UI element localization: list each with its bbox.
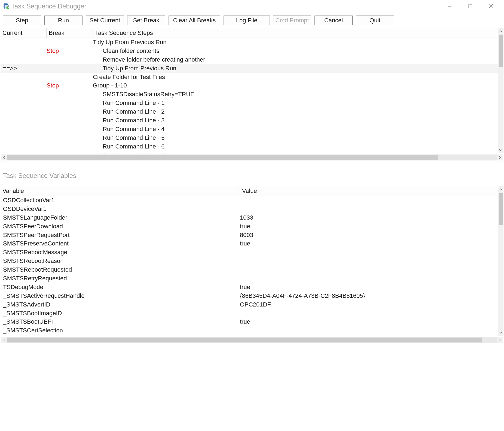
variable-name: SMSTSRetryRequested bbox=[0, 274, 240, 283]
step-row[interactable]: Tidy Up From Previous Run bbox=[0, 38, 498, 47]
variable-row[interactable]: SMSTSRebootReason bbox=[0, 257, 498, 265]
set-current-button[interactable]: Set Current bbox=[86, 16, 124, 25]
variable-value: true bbox=[240, 222, 498, 231]
set-break-button[interactable]: Set Break bbox=[127, 16, 165, 25]
log-file-button[interactable]: Log File bbox=[224, 16, 270, 25]
window-controls bbox=[443, 2, 501, 11]
variable-value: true bbox=[240, 283, 498, 292]
scroll-right-icon[interactable] bbox=[497, 338, 503, 342]
step-row[interactable]: Run Command Line - 5 bbox=[0, 133, 498, 142]
step-button[interactable]: Step bbox=[3, 16, 41, 25]
step-text: Run Command Line - 6 bbox=[93, 142, 498, 151]
step-break-marker bbox=[47, 90, 93, 99]
step-row[interactable]: SMSTSDisableStatusRetry=TRUE bbox=[0, 90, 498, 99]
run-button[interactable]: Run bbox=[44, 16, 83, 25]
step-text: Run Command Line - 1 bbox=[93, 99, 498, 107]
step-row[interactable]: Run Command Line - 6 bbox=[0, 142, 498, 151]
step-break-marker bbox=[47, 38, 93, 47]
variable-row[interactable]: _SMSTSAdvertIDOPC201DF bbox=[0, 300, 498, 309]
variables-list[interactable]: Variable Value OSDCollectionVar1OSDDevic… bbox=[0, 186, 498, 336]
col-variable[interactable]: Variable bbox=[0, 186, 240, 196]
scroll-left-icon[interactable] bbox=[1, 338, 7, 342]
step-current-marker bbox=[0, 125, 47, 133]
quit-button[interactable]: Quit bbox=[356, 16, 394, 25]
step-break-marker bbox=[47, 133, 93, 142]
step-text: Tidy Up From Previous Run bbox=[93, 64, 498, 73]
variable-value: OPC201DF bbox=[240, 300, 498, 309]
col-break[interactable]: Break bbox=[47, 28, 93, 38]
scroll-thumb[interactable] bbox=[499, 35, 503, 67]
step-row[interactable]: StopClean folder contents bbox=[0, 47, 498, 55]
variable-name: SMSTSLanguageFolder bbox=[0, 213, 240, 222]
debugger-window: Task Sequence Debugger Step Run Set Curr… bbox=[0, 0, 504, 162]
scroll-thumb-h[interactable] bbox=[7, 155, 438, 160]
variable-row[interactable]: TSDebugModetrue bbox=[0, 283, 498, 292]
variable-value: 1033 bbox=[240, 213, 498, 222]
scroll-thumb-h[interactable] bbox=[7, 338, 482, 342]
step-text: Run Command Line - 5 bbox=[93, 133, 498, 142]
window-title: Task Sequence Debugger bbox=[11, 2, 443, 10]
scroll-up-icon[interactable] bbox=[498, 186, 504, 193]
cancel-button[interactable]: Cancel bbox=[314, 16, 353, 25]
variable-name: _SMSTSBootUEFI bbox=[0, 317, 240, 326]
variable-row[interactable]: _SMSTSCertSelection bbox=[0, 326, 498, 335]
step-text: Run Command Line - 3 bbox=[93, 116, 498, 125]
steps-list[interactable]: Current Break Task Sequence Steps Tidy U… bbox=[0, 28, 498, 153]
step-break-marker bbox=[47, 55, 93, 64]
variable-value bbox=[240, 248, 498, 257]
scroll-up-icon[interactable] bbox=[498, 28, 504, 35]
variable-name: _SMSTSBootImageID bbox=[0, 309, 240, 318]
cmd-prompt-button: Cmd Prompt bbox=[273, 16, 311, 25]
col-steps[interactable]: Task Sequence Steps bbox=[93, 28, 498, 38]
variable-row[interactable]: _SMSTSBootUEFItrue bbox=[0, 317, 498, 326]
variable-row[interactable]: OSDCollectionVar1 bbox=[0, 196, 498, 205]
step-row[interactable]: Run Command Line - 1 bbox=[0, 99, 498, 107]
step-row[interactable]: Run Command Line - 3 bbox=[0, 116, 498, 125]
step-break-marker bbox=[47, 64, 93, 73]
variable-row[interactable]: SMSTSPeerDownloadtrue bbox=[0, 222, 498, 231]
step-break-marker bbox=[47, 99, 93, 107]
col-current[interactable]: Current bbox=[0, 28, 47, 38]
variable-row[interactable]: SMSTSPreserveContenttrue bbox=[0, 239, 498, 248]
minimize-button[interactable] bbox=[443, 2, 456, 11]
step-break-marker bbox=[47, 125, 93, 133]
step-text: Create Folder for Test Files bbox=[93, 73, 498, 81]
variables-vertical-scrollbar[interactable] bbox=[498, 186, 504, 336]
variable-row[interactable]: _SMSTSBootImageID bbox=[0, 309, 498, 318]
variable-row[interactable]: SMSTSRebootRequested bbox=[0, 265, 498, 274]
step-row[interactable]: ==>>Tidy Up From Previous Run bbox=[0, 64, 498, 73]
step-row[interactable]: Run Command Line - 2 bbox=[0, 107, 498, 116]
variable-row[interactable]: OSDDeviceVar1 bbox=[0, 205, 498, 213]
variable-value bbox=[240, 326, 498, 335]
step-row[interactable]: Create Folder for Test Files bbox=[0, 73, 498, 81]
variable-name: OSDDeviceVar1 bbox=[0, 205, 240, 213]
step-current-marker bbox=[0, 55, 47, 64]
variable-row[interactable]: SMSTSPeerRequestPort8003 bbox=[0, 231, 498, 239]
step-row[interactable]: Remove folder before creating another bbox=[0, 55, 498, 64]
scroll-right-icon[interactable] bbox=[497, 156, 503, 159]
variables-horizontal-scrollbar[interactable] bbox=[1, 337, 503, 343]
variable-row[interactable]: SMSTSLanguageFolder1033 bbox=[0, 213, 498, 222]
scroll-thumb[interactable] bbox=[499, 193, 503, 225]
variables-columns-header: Variable Value bbox=[0, 186, 498, 196]
step-row[interactable]: Run Command Line - 4 bbox=[0, 125, 498, 133]
scroll-down-icon[interactable] bbox=[498, 147, 504, 153]
maximize-button[interactable] bbox=[464, 2, 476, 11]
scroll-left-icon[interactable] bbox=[1, 156, 7, 159]
step-current-marker bbox=[0, 116, 47, 125]
col-value[interactable]: Value bbox=[240, 186, 498, 196]
variable-row[interactable]: SMSTSRetryRequested bbox=[0, 274, 498, 283]
step-row[interactable]: StopGroup - 1-10 bbox=[0, 81, 498, 90]
close-button[interactable] bbox=[485, 2, 497, 11]
step-break-marker bbox=[47, 107, 93, 116]
variable-row[interactable]: SMSTSRebootMessage bbox=[0, 248, 498, 257]
variable-row[interactable]: _SMSTSActiveRequestHandle{86B345D4-A04F-… bbox=[0, 292, 498, 300]
scroll-down-icon[interactable] bbox=[498, 329, 504, 336]
steps-vertical-scrollbar[interactable] bbox=[498, 28, 504, 153]
steps-horizontal-scrollbar[interactable] bbox=[1, 154, 503, 160]
variable-value bbox=[240, 265, 498, 274]
step-current-marker bbox=[0, 47, 47, 55]
step-current-marker bbox=[0, 133, 47, 142]
clear-all-breaks-button[interactable]: Clear All Breaks bbox=[169, 16, 220, 25]
step-row[interactable]: Run Command Line - 7 bbox=[0, 151, 498, 153]
